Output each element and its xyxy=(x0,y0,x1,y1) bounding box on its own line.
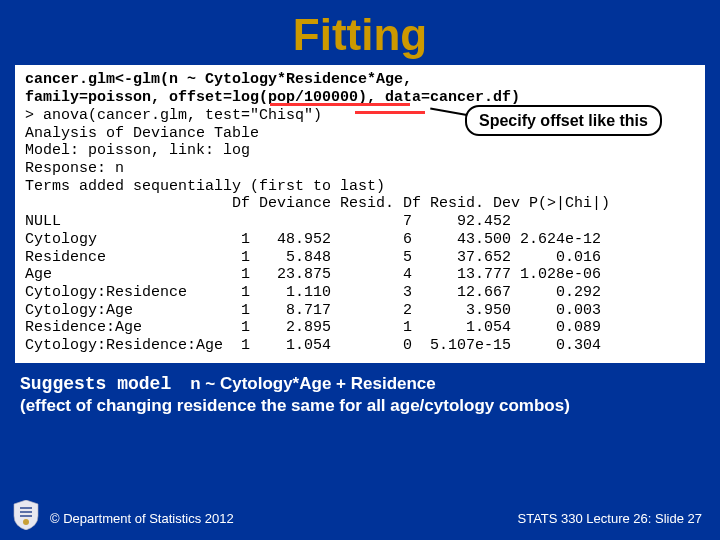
svg-point-3 xyxy=(23,519,29,525)
offset-underline xyxy=(270,99,410,106)
university-crest-icon xyxy=(12,500,40,530)
offset-underline-2 xyxy=(355,107,425,114)
slide: Fitting cancer.glm<-glm(n ~ Cytology*Res… xyxy=(0,0,720,540)
conclusion-model: n ~ Cytology*Age + Residence xyxy=(190,374,436,393)
anova-l4: Df Deviance Resid. Df Resid. Dev P(>|Chi… xyxy=(25,195,610,212)
code-line-1: cancer.glm<-glm(n ~ Cytology*Residence*A… xyxy=(25,71,695,89)
anova-l3: Terms added sequentially (first to last) xyxy=(25,178,385,195)
copyright: © Department of Statistics 2012 xyxy=(50,511,234,526)
conclusion-lead: Suggests model xyxy=(20,374,171,394)
anova-l1: Model: poisson, link: log xyxy=(25,142,250,159)
anova-cmd: > anova(cancer.glm, test="Chisq") xyxy=(25,107,322,124)
anova-l0: Analysis of Deviance Table xyxy=(25,125,259,142)
anova-l7: Residence 1 5.848 5 37.652 0.016 xyxy=(25,249,601,266)
anova-l5: NULL 7 92.452 xyxy=(25,213,601,230)
anova-l10: Cytology:Age 1 8.717 2 3.950 0.003 xyxy=(25,302,601,319)
anova-l11: Residence:Age 1 2.895 1 1.054 0.089 xyxy=(25,319,601,336)
callout-text: Specify offset like this xyxy=(479,112,648,129)
slide-title: Fitting xyxy=(0,0,720,65)
slide-number: STATS 330 Lecture 26: Slide 27 xyxy=(517,511,702,526)
svg-rect-2 xyxy=(20,515,32,517)
code-panel: cancer.glm<-glm(n ~ Cytology*Residence*A… xyxy=(15,65,705,363)
anova-l9: Cytology:Residence 1 1.110 3 12.667 0.29… xyxy=(25,284,601,301)
footer: © Department of Statistics 2012 STATS 33… xyxy=(0,502,720,532)
conclusion-sub: (effect of changing residence the same f… xyxy=(20,396,570,415)
anova-l12: Cytology:Residence:Age 1 1.054 0 5.107e-… xyxy=(25,337,601,354)
callout-box: Specify offset like this xyxy=(465,105,662,136)
anova-l6: Cytology 1 48.952 6 43.500 2.624e-12 xyxy=(25,231,601,248)
conclusion: Suggests model n ~ Cytology*Age + Reside… xyxy=(20,373,700,417)
svg-rect-0 xyxy=(20,507,32,509)
svg-rect-1 xyxy=(20,511,32,513)
anova-l8: Age 1 23.875 4 13.777 1.028e-06 xyxy=(25,266,601,283)
anova-output: > anova(cancer.glm, test="Chisq") Analys… xyxy=(25,107,695,355)
anova-l2: Response: n xyxy=(25,160,124,177)
